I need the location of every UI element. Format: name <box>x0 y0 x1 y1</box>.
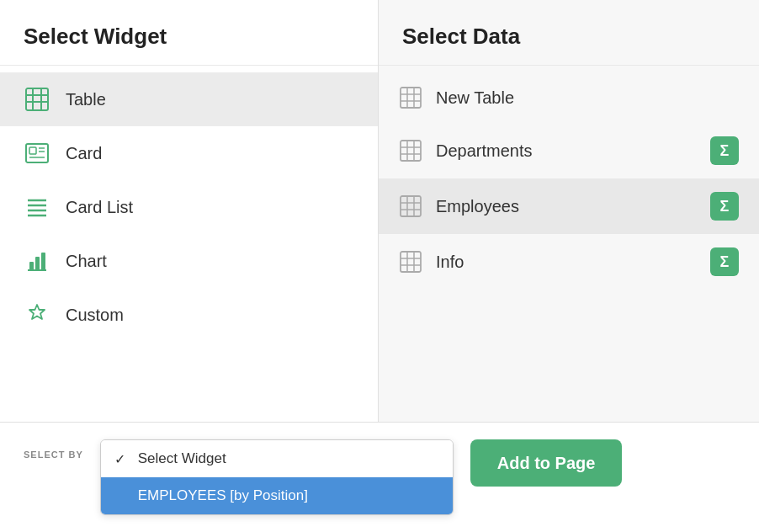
sigma-badge-employees: Σ <box>710 192 739 221</box>
table-icon <box>24 86 50 113</box>
data-panel: Select Data New Table <box>379 0 759 422</box>
data-item-departments[interactable]: Departments Σ <box>379 123 759 178</box>
svg-rect-0 <box>26 88 48 110</box>
widget-item-chart[interactable]: Chart <box>0 234 378 288</box>
dropdown-item-select-widget[interactable]: ✓ Select Widget <box>101 440 453 477</box>
sigma-badge-departments: Σ <box>710 136 739 165</box>
chart-icon <box>24 247 50 274</box>
data-list: New Table Departments Σ <box>379 66 759 296</box>
svg-rect-18 <box>401 88 421 108</box>
svg-rect-23 <box>401 141 421 161</box>
svg-rect-6 <box>29 147 36 154</box>
widget-item-chart-label: Chart <box>66 252 107 271</box>
dropdown-item-employees-position-label: EMPLOYEES [by Position] <box>138 487 308 504</box>
data-item-new-table-label: New Table <box>436 88 739 108</box>
dropdown-item-employees-position[interactable]: EMPLOYEES [by Position] <box>101 477 453 514</box>
widget-item-card-list[interactable]: Card List <box>0 180 378 234</box>
data-item-info-label: Info <box>436 253 697 272</box>
svg-rect-17 <box>41 253 45 270</box>
widget-item-table-label: Table <box>66 90 106 109</box>
widget-item-card-label: Card <box>66 144 102 163</box>
table-icon-employees <box>399 194 422 218</box>
dropdown-item-select-widget-label: Select Widget <box>138 450 226 467</box>
table-icon-departments <box>399 139 422 162</box>
data-item-employees-label: Employees <box>436 197 697 216</box>
bottom-bar: SELECT BY ✓ Select Widget EMPLOYEES [by … <box>0 423 759 532</box>
checkmark-empty <box>114 488 131 503</box>
svg-rect-33 <box>401 252 421 272</box>
widget-panel-title: Select Widget <box>24 24 354 50</box>
svg-rect-15 <box>29 262 34 270</box>
add-to-page-button[interactable]: Add to Page <box>470 439 623 487</box>
data-item-employees[interactable]: Employees Σ <box>379 178 759 234</box>
dropdown-container: ✓ Select Widget EMPLOYEES [by Position] <box>100 439 454 515</box>
widget-panel: Select Widget Table <box>0 0 379 422</box>
data-item-info[interactable]: Info Σ <box>379 234 759 290</box>
widget-item-card-list-label: Card List <box>66 198 133 217</box>
widget-item-card[interactable]: Card <box>0 126 378 180</box>
widget-list: Table Card <box>0 66 378 348</box>
select-by-label: SELECT BY <box>24 439 83 460</box>
checkmark-icon: ✓ <box>114 451 131 467</box>
svg-rect-28 <box>401 196 421 216</box>
data-item-new-table[interactable]: New Table <box>379 72 759 123</box>
sigma-badge-info: Σ <box>710 247 739 276</box>
widget-item-table[interactable]: Table <box>0 72 378 126</box>
svg-rect-16 <box>35 257 40 270</box>
custom-icon <box>24 301 50 328</box>
table-icon-new <box>399 86 422 109</box>
select-by-dropdown[interactable]: ✓ Select Widget EMPLOYEES [by Position] <box>100 439 454 515</box>
data-panel-header: Select Data <box>379 0 759 66</box>
table-icon-info <box>399 250 422 274</box>
data-item-departments-label: Departments <box>436 141 697 161</box>
card-icon <box>24 140 50 167</box>
widget-panel-header: Select Widget <box>0 0 378 66</box>
card-list-icon <box>24 194 50 221</box>
data-panel-title: Select Data <box>402 24 735 50</box>
widget-item-custom[interactable]: Custom <box>0 288 378 342</box>
widget-item-custom-label: Custom <box>66 306 124 325</box>
